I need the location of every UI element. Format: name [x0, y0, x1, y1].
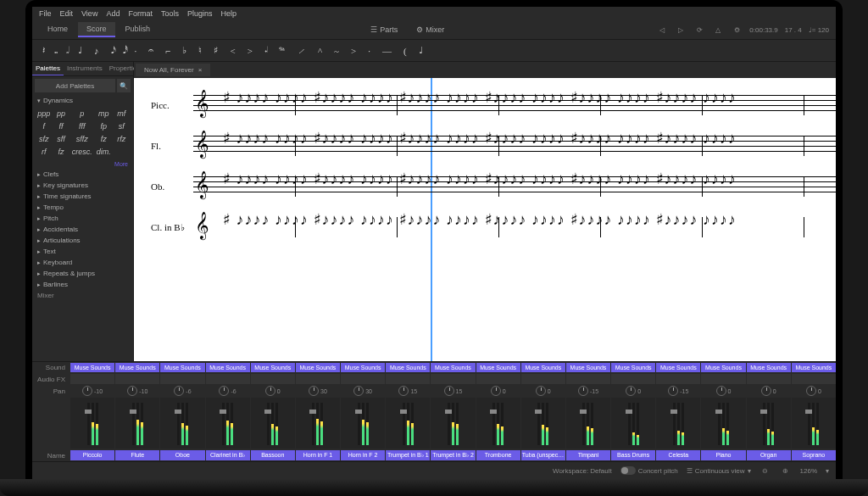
dynamic-dim.[interactable]: dim. [95, 146, 113, 158]
fx-slot-8[interactable] [431, 374, 475, 384]
score-canvas[interactable]: Picc.𝄞♯ ♪♪♪♪ ♪♪♪♪ ♯♪♪♪♪ ♪♪♪♪ ♯♪♪♪♪ ♪♪♪♪ … [134, 78, 836, 361]
fx-slot-12[interactable] [611, 374, 655, 384]
fader-6[interactable] [341, 398, 385, 449]
fx-slot-9[interactable] [476, 374, 520, 384]
channel-name-11[interactable]: Timpani [566, 450, 610, 460]
pan-knob-icon[interactable] [174, 386, 184, 396]
pan-knob-icon[interactable] [578, 386, 588, 396]
menu-edit[interactable]: Edit [60, 9, 74, 18]
workspace-selector[interactable]: Workspace: Default [553, 467, 612, 475]
playback-tempo[interactable]: ♩= 120 [809, 26, 829, 34]
mixer-button[interactable]: ⚙Mixer [409, 24, 451, 36]
sound-slot-16[interactable]: Muse Sounds [792, 363, 836, 372]
dynamics-more[interactable]: More [32, 159, 133, 169]
notes[interactable]: ♯ ♪♪♪♪ ♪♪♪♪ ♯♪♪♪♪ ♪♪♪♪ ♯♪♪♪♪ ♪♪♪♪ ♯♪♪♪♪ … [223, 88, 836, 122]
channel-name-9[interactable]: Trombone [476, 450, 520, 460]
channel-name-16[interactable]: Soprano [792, 450, 836, 460]
pan-1[interactable]: -10 [115, 386, 159, 396]
fx-slot-15[interactable] [747, 374, 791, 384]
pan-knob-icon[interactable] [265, 386, 275, 396]
play-icon[interactable]: ▷ [675, 24, 687, 36]
fx-slot-16[interactable] [792, 374, 836, 384]
menu-file[interactable]: File [39, 9, 52, 18]
dynamic-mf[interactable]: mf [114, 108, 130, 120]
note-tool-17[interactable]: ⟋ [293, 44, 309, 58]
palette-dynamics[interactable]: Dynamics [32, 95, 133, 106]
note-tool-22[interactable]: — [379, 44, 395, 58]
concert-pitch-toggle[interactable]: Concert pitch [620, 466, 678, 475]
palette-clefs[interactable]: Clefs [32, 169, 133, 180]
fader-3[interactable] [206, 398, 250, 449]
palette-keyboard[interactable]: Keyboard [32, 257, 133, 268]
fader-13[interactable] [656, 398, 700, 449]
note-tool-6[interactable]: 𝅘𝅥𝅰 [120, 43, 126, 58]
channel-name-13[interactable]: Celesta [656, 450, 700, 460]
dynamic-sf[interactable]: sf [114, 120, 130, 132]
sound-slot-2[interactable]: Muse Sounds [160, 363, 204, 372]
dynamic-ppp[interactable]: ppp [36, 108, 52, 120]
dynamic-sffz[interactable]: sffz [70, 133, 94, 145]
palette-accidentals[interactable]: Accidentals [32, 224, 133, 235]
zoom-out-icon[interactable]: ⊖ [760, 465, 771, 476]
sound-slot-13[interactable]: Muse Sounds [656, 363, 700, 372]
fader-11[interactable] [566, 398, 610, 449]
fx-slot-11[interactable] [566, 374, 610, 384]
dynamic-fff[interactable]: fff [70, 120, 94, 132]
pan-knob-icon[interactable] [353, 386, 364, 396]
notes[interactable]: ♯ ♪♪♪♪ ♪♪♪♪ ♯♪♪♪♪ ♪♪♪♪ ♯♪♪♪♪ ♪♪♪♪ ♯♪♪♪♪ … [223, 170, 836, 203]
tab-score[interactable]: Score [78, 22, 115, 37]
tab-home[interactable]: Home [39, 22, 76, 37]
fx-slot-2[interactable] [160, 374, 204, 384]
fader-16[interactable] [792, 398, 836, 449]
fader-14[interactable] [701, 398, 745, 449]
pan-16[interactable]: 0 [792, 386, 836, 396]
dynamic-ff[interactable]: ff [53, 120, 69, 132]
view-mode-selector[interactable]: ☰Continuous view▾ [687, 467, 751, 475]
pan-knob-icon[interactable] [219, 386, 229, 396]
tab-publish[interactable]: Publish [117, 22, 159, 37]
channel-name-12[interactable]: Bass Drums [611, 450, 655, 460]
note-tool-14[interactable]: > [244, 44, 256, 58]
fader-8[interactable] [431, 398, 475, 449]
note-tool-4[interactable]: ♪ [91, 44, 103, 58]
fader-0[interactable] [70, 398, 114, 449]
dynamic-mp[interactable]: mp [95, 108, 113, 120]
menu-tools[interactable]: Tools [161, 9, 179, 18]
pan-6[interactable]: 30 [341, 386, 385, 396]
pan-knob-icon[interactable] [626, 386, 636, 396]
fader-2[interactable] [160, 398, 204, 449]
note-tool-15[interactable]: 𝆺𝅥 [261, 43, 270, 58]
pan-10[interactable]: 0 [521, 386, 565, 396]
note-tool-24[interactable]: ♩ [415, 43, 426, 58]
palette-time-signatures[interactable]: Time signatures [32, 191, 133, 202]
note-tool-11[interactable]: ♮ [195, 43, 205, 58]
fx-slot-7[interactable] [386, 374, 430, 384]
pan-knob-icon[interactable] [806, 386, 816, 396]
pan-14[interactable]: 0 [701, 386, 745, 396]
dynamic-rf[interactable]: rf [36, 146, 52, 158]
note-tool-5[interactable]: 𝅘𝅥𝅯 [108, 43, 114, 58]
add-palettes-button[interactable]: Add Palettes [35, 79, 115, 92]
channel-name-8[interactable]: Trumpet in B♭ 2 [431, 450, 475, 460]
pan-11[interactable]: -15 [566, 386, 610, 396]
note-tool-23[interactable]: ( [400, 44, 410, 58]
notes[interactable]: ♯ ♪♪♪♪ ♪♪♪♪ ♯♪♪♪♪ ♪♪♪♪ ♯♪♪♪♪ ♪♪♪♪ ♯♪♪♪♪ … [223, 129, 836, 163]
close-icon[interactable]: × [198, 66, 203, 74]
zoom-in-icon[interactable]: ⊕ [780, 465, 792, 476]
channel-name-5[interactable]: Horn in F 1 [296, 450, 340, 460]
settings-icon[interactable]: ⚙ [731, 24, 743, 36]
dynamic-p[interactable]: p [70, 108, 94, 120]
panel-tab-palettes[interactable]: Palettes [32, 62, 64, 75]
pan-knob-icon[interactable] [309, 386, 319, 396]
sound-slot-7[interactable]: Muse Sounds [386, 363, 430, 372]
zoom-level[interactable]: 126% [800, 467, 817, 475]
menu-help[interactable]: Help [220, 9, 236, 18]
note-tool-21[interactable]: · [364, 44, 374, 58]
note-tool-2[interactable]: 𝅗𝅥 [63, 43, 70, 58]
pan-knob-icon[interactable] [491, 386, 501, 396]
dynamic-sff[interactable]: sff [53, 133, 69, 145]
parts-button[interactable]: ☰Parts [364, 24, 404, 36]
sound-slot-6[interactable]: Muse Sounds [341, 363, 385, 372]
fader-12[interactable] [611, 398, 655, 449]
sound-slot-9[interactable]: Muse Sounds [476, 363, 520, 372]
